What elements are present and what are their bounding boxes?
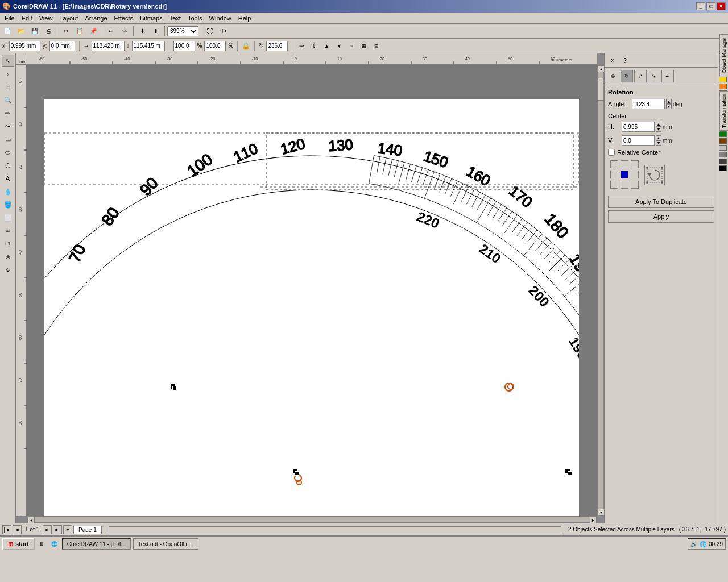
bezier-tool[interactable]: 〜	[2, 120, 14, 132]
size-icon[interactable]: ⤡	[648, 70, 660, 82]
scroll-right-button[interactable]: ►	[590, 517, 597, 523]
rect-tool[interactable]: ▭	[2, 133, 14, 146]
page-tab[interactable]: Page 1	[73, 526, 102, 534]
angle-input[interactable]	[632, 99, 665, 109]
taskbar-openoffice[interactable]: Text.odt - OpenOffic...	[133, 538, 198, 550]
angle-down[interactable]: ▼	[666, 104, 672, 109]
group-button[interactable]: ⊞	[359, 41, 369, 51]
taskbar-coreldraw[interactable]: CorelDRAW 11 - [E:\I...	[62, 538, 131, 550]
start-button[interactable]: ⊞ start	[2, 538, 35, 550]
eyedropper-tool[interactable]: 💧	[2, 185, 14, 198]
skew-icon[interactable]: ⤟	[661, 70, 674, 82]
angle-spinner[interactable]: ▲ ▼	[666, 99, 672, 109]
zoom-tool[interactable]: 🔍	[2, 94, 14, 106]
anchor-ml[interactable]	[610, 171, 618, 178]
height-input[interactable]	[132, 41, 165, 51]
open-button[interactable]: 📂	[15, 25, 27, 38]
hscrollbar-status[interactable]	[109, 526, 561, 533]
w-percent-input[interactable]	[173, 41, 195, 51]
show-desktop-btn[interactable]: 🖥	[37, 539, 47, 549]
options-button[interactable]: ⚙	[217, 25, 230, 38]
menu-help[interactable]: Help	[235, 14, 255, 23]
color-dk-green[interactable]	[719, 131, 727, 137]
apply-to-duplicate-button[interactable]: Apply To Duplicate	[608, 196, 714, 208]
menu-view[interactable]: View	[36, 14, 56, 23]
color-brown[interactable]	[719, 138, 727, 144]
anchor-mr[interactable]	[631, 171, 639, 178]
anchor-bl[interactable]	[610, 181, 618, 189]
print-button[interactable]: 🖨	[42, 25, 55, 38]
full-screen-button[interactable]: ⛶	[204, 25, 216, 38]
shape-tool[interactable]: ⬦	[2, 68, 14, 80]
menu-tools[interactable]: Tools	[184, 14, 206, 23]
relative-center-checkbox[interactable]	[608, 149, 615, 156]
align-button[interactable]: ≡	[346, 41, 357, 51]
close-button[interactable]: ✕	[717, 2, 726, 10]
x-input[interactable]	[9, 41, 40, 51]
text-tool[interactable]: A	[2, 172, 14, 185]
import-button[interactable]: ⬇	[136, 25, 148, 38]
crop-tool[interactable]: ⌗	[2, 81, 14, 93]
transformation-tab[interactable]: Transformation	[719, 91, 728, 131]
h-up[interactable]: ▲	[656, 122, 661, 127]
extrude-tool[interactable]: ⬚	[2, 238, 14, 250]
h-spinner[interactable]: ▲ ▼	[656, 122, 661, 132]
rotation-type-icon[interactable]: ↻	[621, 70, 633, 82]
menu-arrange[interactable]: Arrange	[81, 14, 110, 23]
ellipse-tool[interactable]: ⬭	[2, 146, 14, 159]
anchor-tl[interactable]	[610, 160, 618, 168]
anchor-bc[interactable]	[621, 181, 628, 189]
panel-help-button[interactable]: ?	[619, 55, 631, 66]
menu-window[interactable]: Window	[206, 14, 235, 23]
add-page-button[interactable]: +	[63, 525, 72, 534]
menu-edit[interactable]: Edit	[18, 14, 36, 23]
color-gold[interactable]	[719, 77, 727, 82]
menu-effects[interactable]: Effects	[111, 14, 136, 23]
flip-v-button[interactable]: ⇕	[309, 41, 319, 51]
color-black[interactable]	[719, 165, 727, 171]
color-lt-gray[interactable]	[719, 145, 727, 151]
v-up[interactable]: ▲	[656, 135, 661, 140]
scroll-track-h[interactable]	[35, 517, 590, 522]
new-button[interactable]: 📄	[1, 25, 14, 38]
scroll-track-v[interactable]	[598, 72, 603, 509]
next-page-button[interactable]: ►	[43, 525, 52, 534]
horizontal-scrollbar[interactable]: ◄ ►	[27, 516, 597, 523]
select-tool[interactable]: ↖	[2, 55, 14, 67]
scroll-down-button[interactable]: ▼	[598, 509, 604, 516]
zoom-select[interactable]: 399% 100% 200% 50%	[167, 26, 198, 36]
fill-tool[interactable]: 🪣	[2, 198, 14, 211]
interactive-fill-tool[interactable]: ⬙	[2, 264, 14, 276]
save-button[interactable]: 💾	[28, 25, 41, 38]
undo-button[interactable]: ↩	[105, 25, 117, 38]
object-manager-tab[interactable]: Object Manager	[719, 34, 728, 76]
export-button[interactable]: ⬆	[150, 25, 162, 38]
last-page-button[interactable]: ►|	[53, 525, 62, 534]
scroll-thumb-v[interactable]	[598, 78, 603, 101]
outline-tool[interactable]: ⬜	[2, 211, 14, 224]
ie-btn[interactable]: 🌐	[49, 539, 60, 549]
v-input[interactable]	[622, 135, 655, 146]
to-front-button[interactable]: ▲	[321, 41, 332, 51]
paste-button[interactable]: 📌	[87, 25, 100, 38]
anchor-tc[interactable]	[621, 160, 628, 168]
apply-button[interactable]: Apply	[608, 210, 714, 223]
color-gray[interactable]	[719, 152, 727, 157]
scroll-up-button[interactable]: ▲	[598, 65, 604, 72]
v-down[interactable]: ▼	[656, 140, 661, 146]
width-input[interactable]	[92, 41, 125, 51]
canvas-container[interactable]: mm -60 -50 -40 -30 -20 -10 0 10 20 30 40	[16, 53, 604, 523]
menu-file[interactable]: File	[1, 14, 18, 23]
rotation-input[interactable]	[266, 41, 288, 51]
menu-layout[interactable]: Layout	[56, 14, 81, 23]
anchor-br[interactable]	[631, 181, 639, 189]
to-back-button[interactable]: ▼	[334, 41, 344, 51]
vertical-scrollbar[interactable]: ▲ ▼	[597, 65, 604, 516]
cut-button[interactable]: ✂	[60, 25, 72, 38]
scroll-left-button[interactable]: ◄	[28, 517, 35, 523]
redo-button[interactable]: ↪	[118, 25, 131, 38]
minimize-button[interactable]: _	[696, 2, 705, 10]
angle-up[interactable]: ▲	[666, 99, 672, 104]
first-page-button[interactable]: |◄	[2, 525, 11, 534]
v-spinner[interactable]: ▲ ▼	[656, 135, 661, 146]
